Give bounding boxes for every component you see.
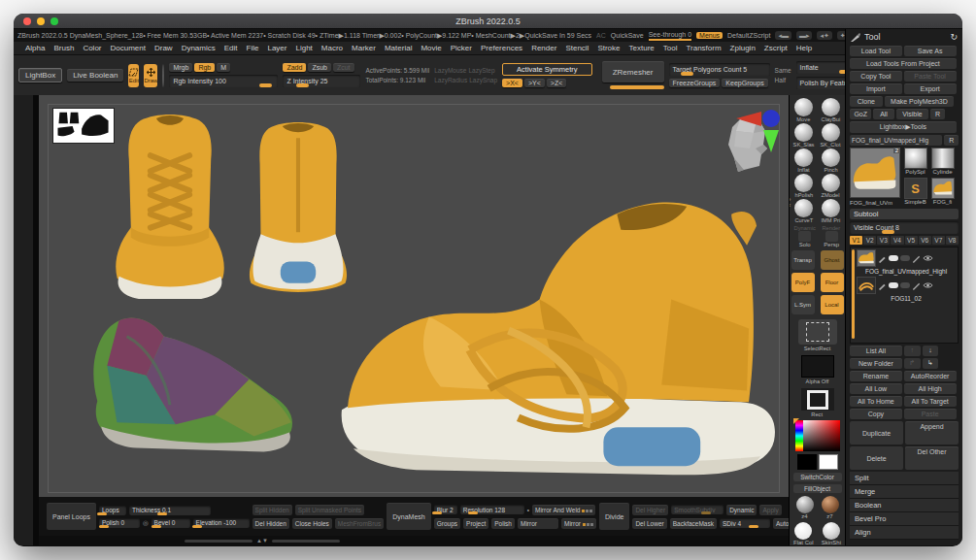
subtool-version-tab[interactable]: V5 bbox=[905, 236, 918, 245]
menu-item[interactable]: Edit bbox=[224, 44, 238, 52]
move-up-button[interactable]: ↑ bbox=[904, 346, 921, 356]
lazy-step-toggle[interactable]: LazyStep bbox=[468, 67, 494, 74]
subtool-manage-button[interactable]: All To Home bbox=[850, 396, 902, 407]
mirror-button-2[interactable]: Mirror bbox=[561, 518, 596, 529]
brush-stroke-button[interactable] bbox=[162, 64, 164, 87]
sculpt-mode-button[interactable]: Zsub bbox=[308, 63, 331, 72]
resolution-slider[interactable]: Resolution 128 bbox=[460, 505, 524, 514]
eye-icon[interactable] bbox=[923, 281, 933, 289]
target-polygons-slider[interactable]: Target Polygons Count 5 bbox=[669, 63, 770, 76]
dynamic-toggle-label[interactable]: Dynamic bbox=[794, 225, 816, 231]
polish-slider[interactable]: Polish 0 bbox=[99, 518, 140, 528]
axis-gizmo[interactable] bbox=[734, 107, 789, 153]
menu-item[interactable]: Marker bbox=[352, 44, 376, 52]
menu-item[interactable]: Stroke bbox=[597, 44, 620, 52]
subtool-item[interactable]: FOG_final_UVmapped_Highl bbox=[857, 249, 956, 276]
tool-panel-button[interactable]: GoZ bbox=[850, 109, 871, 119]
mirror-and-weld-button[interactable]: Mirror And Weld bbox=[532, 505, 595, 515]
prev-arrow-icon[interactable]: ◂▬ bbox=[775, 31, 791, 40]
tool-section-header[interactable]: Bevel Pro bbox=[850, 512, 959, 526]
subtool-manage-button[interactable]: AutoReorder bbox=[904, 371, 957, 381]
dynamesh-button[interactable]: DynaMesh bbox=[387, 503, 430, 530]
pen-toggle-icon[interactable] bbox=[912, 254, 921, 263]
transp-toggle[interactable]: Transp bbox=[791, 250, 815, 270]
menu-item[interactable]: Render bbox=[531, 44, 556, 52]
tool-section-header[interactable]: Split bbox=[850, 472, 959, 485]
menu-item[interactable]: Transform bbox=[686, 44, 721, 52]
subtool-section-header[interactable]: Subtool bbox=[850, 209, 959, 219]
mesh-from-brush-button[interactable]: MeshFromBrus bbox=[335, 518, 384, 529]
symmetry-axis-button[interactable]: >X< bbox=[502, 79, 522, 87]
color-mode-button[interactable]: Rgb bbox=[194, 63, 215, 72]
menu-item[interactable]: Stencil bbox=[565, 44, 589, 52]
tool-section-header[interactable]: Boolean bbox=[850, 499, 959, 512]
menu-item[interactable]: Document bbox=[111, 44, 146, 52]
tool-panel-button[interactable]: Make PolyMesh3D bbox=[885, 96, 955, 107]
menu-item[interactable]: Picker bbox=[451, 44, 472, 52]
material-z4-icon[interactable] bbox=[796, 496, 814, 513]
close-holes-button[interactable]: Close Holes bbox=[292, 518, 332, 529]
menu-item[interactable]: Zscript bbox=[764, 44, 788, 52]
live-boolean-button[interactable]: Live Boolean bbox=[67, 69, 123, 82]
see-through-slider[interactable]: See-through 0 bbox=[649, 31, 691, 41]
main-color-swatch[interactable] bbox=[797, 454, 817, 470]
tool-section-header[interactable]: Merge bbox=[850, 485, 959, 499]
del-higher-button[interactable]: Del Higher bbox=[632, 505, 668, 515]
brush-button[interactable]: ClayBui bbox=[819, 98, 844, 122]
saturation-square[interactable] bbox=[803, 420, 840, 451]
delete-button[interactable]: Delete bbox=[850, 446, 903, 470]
tool-slot-fog-shoe[interactable]: FOG_fi bbox=[929, 178, 956, 207]
tray-resize-handle[interactable]: ▲▼ bbox=[39, 536, 789, 545]
z-intensity-slider[interactable]: Z Intensity 25 bbox=[283, 75, 360, 87]
tool-section-header[interactable]: Align bbox=[850, 526, 959, 540]
split-hidden-button[interactable]: Split Hidden bbox=[252, 505, 292, 515]
tool-panel-button[interactable]: Import bbox=[850, 83, 902, 94]
visibility-pill-on[interactable] bbox=[889, 282, 898, 288]
menu-item[interactable]: Material bbox=[385, 44, 412, 52]
tray-arrows-icon[interactable]: ▲▼ bbox=[256, 538, 268, 544]
pen-toggle-icon[interactable] bbox=[912, 281, 921, 290]
blur-slider[interactable]: Blur 2 bbox=[434, 505, 457, 514]
zremesher-button[interactable]: ZRemesher bbox=[602, 61, 664, 82]
maximize-button[interactable] bbox=[50, 17, 58, 25]
polish-button[interactable]: Polish bbox=[491, 518, 515, 529]
render-toggle-label[interactable]: Render bbox=[823, 225, 841, 231]
fill-object-button[interactable]: FillObject bbox=[793, 484, 842, 493]
same-button[interactable]: Same bbox=[775, 67, 791, 74]
brush-button[interactable]: CurveT bbox=[791, 199, 817, 223]
persp-icon[interactable] bbox=[825, 231, 838, 242]
menu-item[interactable]: Color bbox=[83, 44, 101, 52]
polish-circle-toggle[interactable]: ◎ bbox=[143, 519, 149, 527]
menu-item[interactable]: Brush bbox=[53, 44, 74, 52]
subtool-version-tab[interactable]: V7 bbox=[932, 236, 945, 245]
subtool-manage-button[interactable]: All High bbox=[904, 383, 957, 394]
loops-slider[interactable]: Loops bbox=[99, 506, 126, 515]
mirror-weld-axis-toggles[interactable] bbox=[582, 510, 592, 512]
subtool-version-tab[interactable]: V3 bbox=[877, 236, 890, 245]
solo-icon[interactable] bbox=[798, 231, 811, 242]
secondary-color-swatch[interactable] bbox=[819, 454, 838, 470]
tool-panel-button[interactable]: R bbox=[930, 109, 945, 119]
material-z7-icon[interactable] bbox=[822, 496, 839, 513]
quicksave-button[interactable]: QuickSave bbox=[611, 32, 644, 39]
menu-item[interactable]: Macro bbox=[321, 44, 343, 52]
brush-button[interactable]: SK_Clot bbox=[819, 123, 844, 148]
groups-button[interactable]: Groups bbox=[434, 518, 460, 529]
list-all-button[interactable]: List All bbox=[850, 346, 902, 356]
inflate-slider[interactable]: Inflate bbox=[796, 61, 845, 74]
left-tray-divider[interactable] bbox=[14, 95, 39, 545]
color-mode-button[interactable]: M bbox=[217, 63, 230, 72]
ac-toggle[interactable]: AC bbox=[596, 32, 606, 39]
subtool-version-tab[interactable]: V6 bbox=[919, 236, 931, 245]
menu-item[interactable]: Alpha bbox=[25, 44, 45, 52]
polypaint-icon[interactable] bbox=[878, 254, 887, 263]
fold-in-button[interactable]: ↱ bbox=[904, 358, 921, 369]
active-tool-thumbnail[interactable]: 2 bbox=[850, 148, 900, 198]
symmetry-axis-button[interactable]: >Z< bbox=[547, 79, 566, 87]
elevation-slider[interactable]: Elevation -100 bbox=[193, 518, 250, 528]
del-lower-button[interactable]: Del Lower bbox=[632, 518, 666, 529]
reference-thumbnail-board[interactable] bbox=[52, 108, 115, 144]
smooth-subdiv-slider[interactable]: SmoothSubdiv bbox=[671, 505, 724, 514]
tool-panel-button[interactable]: Load Tools From Project bbox=[850, 58, 957, 69]
tool-panel-button[interactable]: Lightbox▶Tools bbox=[850, 121, 957, 133]
